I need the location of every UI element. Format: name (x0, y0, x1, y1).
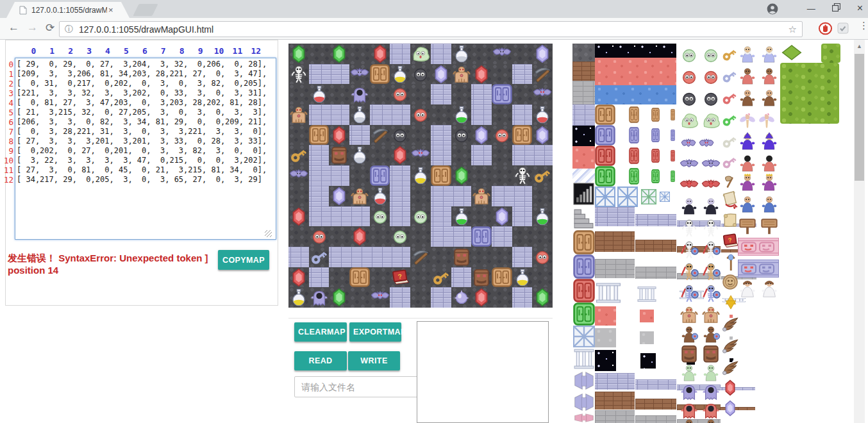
map-tile-big-green-slime[interactable] (410, 44, 431, 64)
map-tile-dark-cobble-floor[interactable] (288, 125, 309, 145)
minimize-button[interactable]: — (807, 4, 815, 13)
map-tile-purple-door[interactable] (370, 165, 390, 186)
reload-button[interactable]: ⟳ (46, 21, 54, 35)
map-tile-empty-flask[interactable] (451, 44, 471, 64)
map-tile-red-eyed-bat[interactable] (532, 84, 553, 104)
map-tile-light-brick-floor[interactable] (309, 267, 329, 287)
map-tile-skeleton[interactable] (512, 165, 532, 186)
map-tile-light-brick-floor[interactable] (309, 165, 329, 186)
map-tile-light-brick-floor[interactable] (329, 104, 349, 125)
map-tile-dark-cobble-floor[interactable] (492, 64, 512, 84)
map-tile-light-brick-floor[interactable] (309, 64, 329, 84)
map-tile-dark-cobble-floor[interactable] (451, 145, 471, 165)
map-tile-light-brick-floor[interactable] (512, 104, 532, 125)
map-tile-tan-door[interactable] (512, 125, 532, 145)
map-tile-dark-cobble-floor[interactable] (309, 44, 329, 64)
map-tile-tiki-head[interactable] (451, 247, 471, 267)
profile-icon[interactable] (767, 3, 778, 17)
map-tile-dark-cobble-floor[interactable] (349, 44, 370, 64)
map-tile-green-gem[interactable] (288, 44, 309, 64)
map-tile-light-brick-floor[interactable] (349, 247, 370, 267)
forward-button[interactable]: → (27, 21, 38, 34)
map-tile-light-brick-floor[interactable] (309, 145, 329, 165)
map-tile-purple-ghost[interactable] (349, 84, 370, 104)
map-tile-light-brick-floor[interactable] (512, 247, 532, 267)
map-tile-dark-cobble-floor[interactable] (451, 84, 471, 104)
map-tile-light-brick-floor[interactable] (309, 104, 329, 125)
map-tile-red-gem[interactable] (288, 267, 309, 287)
map-tile-dark-cobble-floor[interactable] (532, 186, 553, 206)
map-tile-red-gem[interactable] (329, 125, 349, 145)
map-tile-dark-cobble-floor[interactable] (492, 165, 512, 186)
map-tile-pickaxe[interactable] (410, 247, 431, 267)
map-tile-light-brick-floor[interactable] (512, 287, 532, 308)
write-button[interactable]: WRITE (348, 351, 400, 370)
map-tile-dark-cobble-floor[interactable] (471, 247, 492, 267)
map-tile-purple-gem[interactable] (431, 64, 451, 84)
map-tile-tan-door[interactable] (309, 125, 329, 145)
map-tile-light-brick-floor[interactable] (431, 125, 451, 145)
map-tile-yellow-potion[interactable] (288, 287, 309, 308)
map-tile-light-brick-floor[interactable] (288, 247, 309, 267)
map-tile-pale-green-slime[interactable] (390, 226, 410, 247)
map-tile-empty-flask[interactable] (349, 104, 370, 125)
map-tile-light-brick-floor[interactable] (370, 104, 390, 125)
map-tile-red-gem[interactable] (471, 64, 492, 84)
map-tile-dark-cobble-floor[interactable] (349, 287, 370, 308)
map-tile-yellow-potion[interactable] (512, 267, 532, 287)
map-tile-light-brick-floor[interactable] (451, 186, 471, 206)
scrollbar-thumb[interactable] (855, 54, 864, 181)
map-tile-dark-cobble-floor[interactable] (410, 125, 431, 145)
map-tile-gold-key[interactable] (431, 267, 451, 287)
map-tile-light-brick-floor[interactable] (512, 64, 532, 84)
map-tile-dark-cobble-floor[interactable] (512, 44, 532, 64)
map-tile-tan-golem[interactable] (349, 186, 370, 206)
map-tile-dark-cobble-floor[interactable] (288, 226, 309, 247)
map-tile-red-slime[interactable] (390, 84, 410, 104)
map-tile-question-book[interactable]: ? (390, 267, 410, 287)
page-scrollbar[interactable]: ▲ (854, 40, 865, 423)
textarea-resize-handle[interactable] (265, 230, 272, 237)
map-tile-dark-cobble-floor[interactable] (471, 165, 492, 186)
copymap-button[interactable]: COPYMAP (218, 250, 269, 270)
map-tile-light-brick-floor[interactable] (390, 247, 410, 267)
map-tile-light-brick-floor[interactable] (390, 165, 410, 186)
filename-input[interactable] (294, 376, 421, 397)
map-tile-green-gem[interactable] (329, 287, 349, 308)
map-tile-dark-cobble-floor[interactable] (329, 267, 349, 287)
map-tile-tan-golem[interactable] (451, 64, 471, 84)
map-tile-red-gem[interactable] (390, 145, 410, 165)
map-tile-tan-door[interactable] (431, 165, 451, 186)
map-tile-purple-bat[interactable] (349, 64, 370, 84)
map-tile-light-brick-floor[interactable] (329, 247, 349, 267)
map-tile-dark-cobble-floor[interactable] (431, 247, 451, 267)
map-tile-dark-cobble-floor[interactable] (410, 287, 431, 308)
map-tile-red-slime[interactable] (492, 125, 512, 145)
map-tile-dark-slime[interactable] (410, 64, 431, 84)
map-tile-gold-key[interactable] (288, 145, 309, 165)
map-tile-red-potion[interactable] (309, 84, 329, 104)
map-tile-light-brick-floor[interactable] (431, 44, 451, 64)
map-tile-light-brick-floor[interactable] (512, 206, 532, 226)
map-tile-light-brick-floor[interactable] (431, 84, 451, 104)
map-tile-light-brick-floor[interactable] (390, 287, 410, 308)
matrix-textarea[interactable] (15, 58, 276, 240)
bookmark-star-icon[interactable]: ☆ (789, 24, 797, 35)
map-tile-red-potion[interactable] (532, 104, 553, 125)
map-tile-light-brick-floor[interactable] (431, 145, 451, 165)
map-tile-tan-door[interactable] (349, 267, 370, 287)
map-tile-light-brick-floor[interactable] (451, 267, 471, 287)
scrollbar-up-arrow[interactable]: ▲ (854, 42, 865, 50)
map-tile-light-brick-floor[interactable] (492, 226, 512, 247)
map-tile-light-brick-floor[interactable] (370, 247, 390, 267)
map-tile-dark-cobble-floor[interactable] (410, 226, 431, 247)
map-tile-yellow-potion[interactable] (410, 165, 431, 186)
map-tile-dark-cobble-floor[interactable] (410, 267, 431, 287)
browser-tab[interactable]: 127.0.0.1:1055/drawMa × (6, 2, 129, 18)
map-tile-dark-cobble-floor[interactable] (288, 84, 309, 104)
map-tile-dark-slime[interactable] (451, 125, 471, 145)
map-tile-light-brick-floor[interactable] (390, 206, 410, 226)
map-tile-dark-cobble-floor[interactable] (512, 226, 532, 247)
exportmap-button[interactable]: EXPORTMAP (349, 322, 401, 342)
address-bar[interactable]: ⓘ 127.0.0.1:1055/drawMapGUI.html ☆ (59, 21, 803, 37)
